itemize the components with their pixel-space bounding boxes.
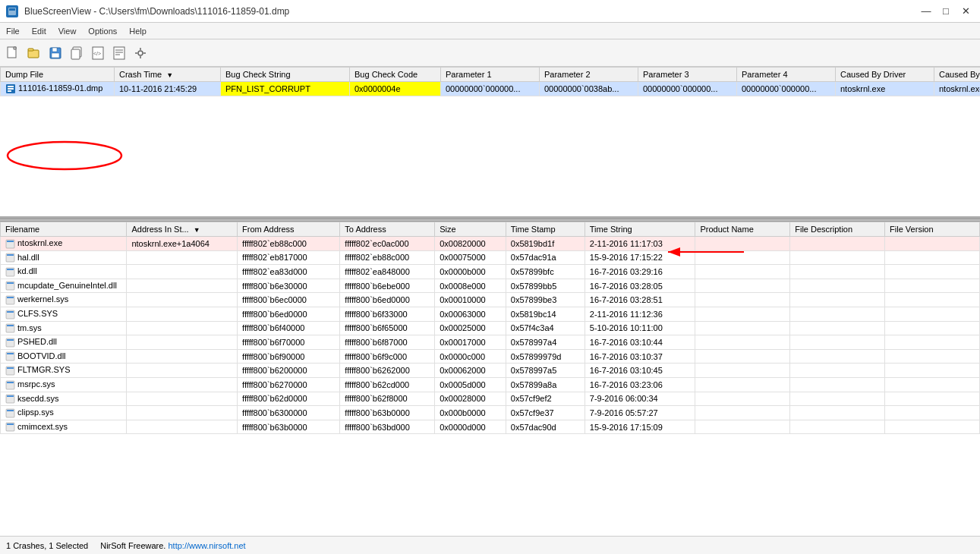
col-time-string[interactable]: Time String (585, 222, 695, 237)
col-parameter4[interactable]: Parameter 4 (737, 68, 836, 82)
address-in-st-cell (127, 335, 238, 350)
col-bug-check-code[interactable]: Bug Check Code (350, 68, 441, 82)
file-description-cell (790, 349, 885, 364)
lower-pane: Filename Address In St... ▼ From Address… (0, 222, 980, 536)
lower-table-row[interactable]: msrpc.sysfffff800`b6270000fffff800`b62cd… (1, 377, 980, 392)
col-product-name[interactable]: Product Name (695, 222, 790, 237)
time-stamp-cell: 0x578997a5 (506, 364, 585, 378)
col-parameter2[interactable]: Parameter 2 (540, 68, 638, 82)
col-file-version[interactable]: File Version (885, 222, 980, 237)
col-size[interactable]: Size (435, 222, 506, 237)
address-in-st-cell (127, 392, 238, 406)
lower-table-row[interactable]: cmimcext.sysfffff800`b63b0000fffff800`b6… (1, 420, 980, 434)
time-stamp-cell: 0x57899979d (506, 349, 585, 364)
col-parameter3[interactable]: Parameter 3 (638, 68, 737, 82)
lower-table-row[interactable]: FLTMGR.SYSfffff800`b6200000fffff800`b626… (1, 364, 980, 378)
size-cell: 0x0000d000 (435, 420, 506, 434)
col-file-description[interactable]: File Description (790, 222, 885, 237)
menu-view[interactable]: View (52, 25, 83, 37)
time-string-cell: 2-11-2016 11:17:03 (585, 237, 695, 251)
title-bar: BlueScreenView - C:\Users\fm\Downloads\1… (0, 0, 980, 23)
toolbar-new-button[interactable] (3, 43, 23, 63)
lower-scroll[interactable]: Filename Address In St... ▼ From Address… (0, 222, 980, 536)
col-address-in-st[interactable]: Address In St... ▼ (127, 222, 238, 237)
menu-edit[interactable]: Edit (26, 25, 52, 37)
lower-table-row[interactable]: clipsp.sysfffff800`b6300000fffff800`b63b… (1, 406, 980, 420)
file-description-cell (790, 377, 885, 392)
product-name-cell (695, 279, 790, 293)
filename-cell: kd.dll (1, 265, 127, 279)
caused-by-driver-cell: ntoskrnl.exe (836, 82, 934, 96)
lower-table-row[interactable]: kd.dllfffff802`ea83d000fffff802`ea848000… (1, 265, 980, 279)
menu-options[interactable]: Options (82, 25, 123, 37)
time-stamp-cell: 0x57dac91a (506, 250, 585, 265)
col-filename[interactable]: Filename (1, 222, 127, 237)
col-bug-check-string[interactable]: Bug Check String (221, 68, 350, 82)
lower-table-row[interactable]: ntoskrnl.exentoskrnl.exe+1a4064fffff802`… (1, 237, 980, 251)
from-address-cell: fffff800`b6200000 (238, 364, 340, 378)
from-address-cell: fffff802`eb88c000 (238, 237, 340, 251)
file-version-cell (885, 364, 980, 378)
crashes-text: 1 Crashes, 1 Selected (6, 541, 88, 550)
toolbar-save-button[interactable] (46, 43, 65, 63)
lower-table-row[interactable]: hal.dllfffff802`eb817000fffff802`eb88c00… (1, 250, 980, 265)
bug-check-string-cell: PFN_LIST_CORRUPT (221, 82, 350, 96)
col-caused-by-address[interactable]: Caused By Address (934, 68, 981, 82)
svg-point-17 (138, 51, 143, 55)
svg-rect-36 (7, 297, 14, 298)
product-name-cell (695, 349, 790, 364)
file-version-cell (885, 293, 980, 307)
from-address-cell: fffff800`b6ec0000 (238, 293, 340, 307)
filename-cell: BOOTVID.dll (1, 349, 127, 364)
address-in-st-cell (127, 349, 238, 364)
crash-time-cell: 10-11-2016 21:45:29 (115, 82, 221, 96)
svg-rect-40 (7, 325, 14, 326)
col-parameter1[interactable]: Parameter 1 (441, 68, 540, 82)
size-cell: 0x00017000 (435, 335, 506, 350)
close-button[interactable]: ✕ (957, 3, 974, 20)
lower-table-row[interactable]: CLFS.SYSfffff800`b6ed0000fffff800`b6f330… (1, 307, 980, 321)
time-string-cell: 7-9-2016 06:00:34 (585, 392, 695, 406)
time-string-cell: 5-10-2016 10:11:00 (585, 321, 695, 335)
nirsoft-link[interactable]: http://www.nirsoft.net (169, 541, 246, 550)
lower-table-row[interactable]: PSHED.dllfffff800`b6f70000fffff800`b6f87… (1, 335, 980, 350)
file-description-cell (790, 420, 885, 434)
toolbar-options-button[interactable] (131, 43, 150, 63)
col-time-stamp[interactable]: Time Stamp (506, 222, 585, 237)
lower-table-row[interactable]: werkernel.sysfffff800`b6ec0000fffff800`b… (1, 293, 980, 307)
file-version-cell (885, 335, 980, 350)
svg-rect-52 (7, 410, 14, 411)
from-address-cell: fffff800`b6f70000 (238, 335, 340, 350)
toolbar-copy-button[interactable] (67, 43, 87, 63)
col-caused-by-driver[interactable]: Caused By Driver (836, 68, 934, 82)
svg-rect-13 (114, 47, 124, 59)
lower-table-row[interactable]: BOOTVID.dllfffff800`b6f90000fffff800`b6f… (1, 349, 980, 364)
file-description-cell (790, 392, 885, 406)
sort-icon: ▼ (166, 71, 173, 79)
col-to-address[interactable]: To Address (340, 222, 435, 237)
lower-table-row[interactable]: tm.sysfffff800`b6f40000fffff800`b6f65000… (1, 321, 980, 335)
col-crash-time[interactable]: Crash Time ▼ (115, 68, 221, 82)
menu-file[interactable]: File (0, 25, 26, 37)
minimize-button[interactable]: — (918, 3, 934, 20)
size-cell: 0x00010000 (435, 293, 506, 307)
status-bar: 1 Crashes, 1 Selected NirSoft Freeware. … (0, 536, 980, 554)
lower-pane-wrapper: Filename Address In St... ▼ From Address… (0, 222, 980, 536)
toolbar-text-button[interactable] (109, 43, 129, 63)
address-in-st-cell (127, 279, 238, 293)
maximize-button[interactable]: □ (937, 3, 954, 20)
toolbar-open-button[interactable] (24, 43, 44, 63)
product-name-cell (695, 237, 790, 251)
time-stamp-cell: 0x57cf9ef2 (506, 392, 585, 406)
toolbar-html-button[interactable]: </> (88, 43, 108, 63)
col-from-address[interactable]: From Address (238, 222, 340, 237)
time-stamp-cell: 0x57899be3 (506, 293, 585, 307)
lower-table-row[interactable]: ksecdd.sysfffff800`b62d0000fffff800`b62f… (1, 392, 980, 406)
menu-help[interactable]: Help (123, 25, 153, 37)
upper-table-row[interactable]: 111016-11859-01.dmp10-11-2016 21:45:29PF… (1, 82, 981, 96)
lower-table-row[interactable]: mcupdate_GenuineIntel.dllfffff800`b6e300… (1, 279, 980, 293)
caused-by-address-cell: ntoskrnl.exe+14a510 (934, 82, 981, 96)
upper-scroll[interactable]: Dump File Crash Time ▼ Bug Check String … (0, 67, 980, 216)
time-string-cell: 16-7-2016 03:29:16 (585, 265, 695, 279)
col-dump-file[interactable]: Dump File (1, 68, 115, 82)
